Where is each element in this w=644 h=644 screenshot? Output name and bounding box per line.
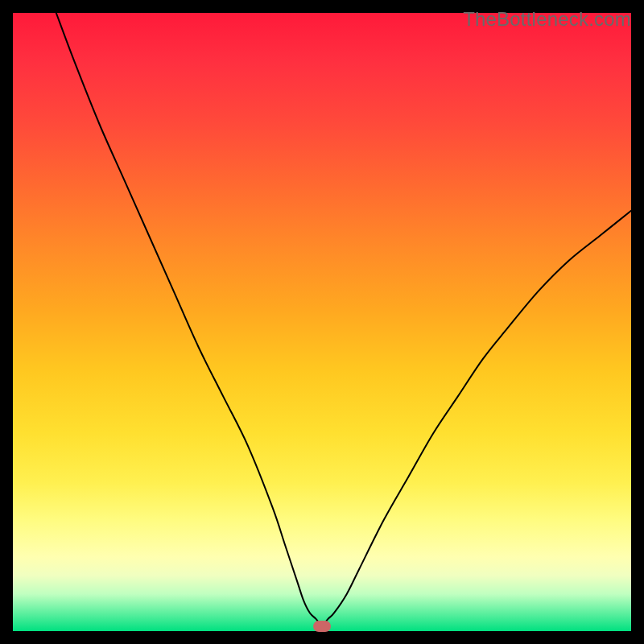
attribution-text: TheBottleneck.com: [463, 8, 631, 31]
bottleneck-curve: [13, 13, 631, 631]
plot-area: [13, 13, 631, 631]
chart-container: TheBottleneck.com: [0, 0, 644, 644]
optimum-marker: [313, 621, 331, 632]
